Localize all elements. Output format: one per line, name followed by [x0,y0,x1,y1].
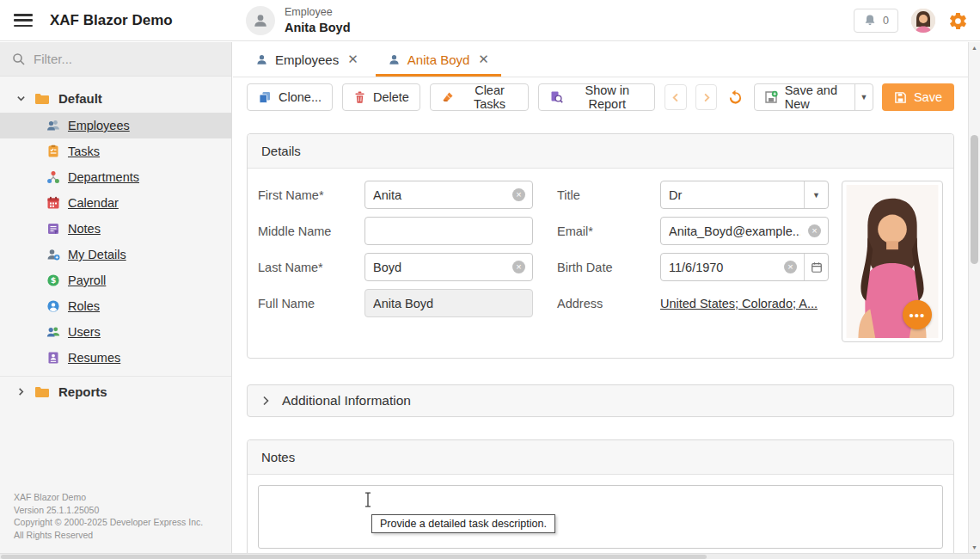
first-name-input[interactable] [365,188,512,202]
details-panel: Details First Name* × Title ▼ Middle Nam… [247,133,954,359]
birth-date-label: Birth Date [557,261,660,274]
details-panel-header: Details [248,134,953,169]
clear-icon[interactable]: × [512,188,525,201]
additional-information-title: Additional Information [282,393,411,408]
search-icon [12,52,26,66]
horizontal-scrollbar-thumb[interactable] [1,555,707,559]
sidebar-item-users[interactable]: Users [0,319,231,345]
notifications-button[interactable]: 0 [854,9,898,33]
details-form: First Name* × Title ▼ Middle Name Email* [258,181,829,342]
tab-label: Anita Boyd [407,52,470,67]
clear-icon[interactable]: × [512,261,525,273]
sidebar-item-label: My Details [68,248,126,261]
person-icon [253,13,268,28]
clear-tasks-button[interactable]: Clear Tasks [430,83,529,111]
footer-line: XAF Blazor Demo [14,491,203,504]
close-icon[interactable]: ✕ [478,52,489,67]
dropdown-caret-icon[interactable]: ▼ [854,84,873,110]
scroll-down-icon[interactable]: ▼ [969,544,980,550]
footer-line: Copyright © 2000-2025 Developer Express … [14,516,203,529]
filter-input[interactable] [34,52,219,66]
notes-title: Notes [261,450,295,464]
sidebar-item-label: Departments [68,170,139,184]
svg-text:$: $ [51,275,57,285]
middle-name-label: Middle Name [258,224,364,238]
sidebar-item-label: Payroll [68,273,106,287]
scroll-up-icon[interactable]: ▲ [969,45,980,51]
title-input[interactable] [661,188,804,202]
payroll-icon: $ [46,273,60,287]
tab-employees[interactable]: Employees ✕ [243,42,371,77]
employees-icon [46,119,60,132]
refresh-button[interactable] [726,89,745,106]
record-name-label: Anita Boyd [285,20,351,35]
delete-button[interactable]: Delete [342,83,420,111]
clear-tasks-label: Clear Tasks [462,83,518,111]
email-label: Email* [557,224,660,238]
settings-button[interactable] [948,11,968,31]
full-name-label: Full Name [258,297,364,310]
show-in-report-button[interactable]: Show in Report [538,83,655,111]
record-type-label: Employee [285,6,351,20]
record-header: Employee Anita Boyd [246,0,351,41]
ibeam-cursor-icon [364,492,372,511]
full-name-field [364,289,533,317]
vertical-scrollbar[interactable]: ▲ ▼ [968,42,980,553]
sidebar-item-label: Roles [68,299,100,313]
sidebar-item-notes[interactable]: Notes [0,216,231,242]
sidebar-item-departments[interactable]: Departments [0,164,231,190]
close-icon[interactable]: ✕ [347,52,358,67]
email-field: × [660,217,829,245]
sidebar-item-payroll[interactable]: $ Payroll [0,267,231,293]
additional-information-panel[interactable]: Additional Information [247,384,954,417]
sidebar-item-employees[interactable]: Employees [0,113,231,138]
calendar-icon [46,196,60,210]
sidebar-item-my-details[interactable]: My Details [0,242,231,267]
save-button[interactable]: Save [882,83,954,111]
report-search-icon [549,90,563,104]
nav-group-reports[interactable]: Reports [0,376,231,405]
birth-date-input[interactable] [661,261,784,274]
user-avatar[interactable] [911,9,935,33]
save-and-new-button[interactable]: Save and New [755,84,854,110]
save-label: Save [914,90,942,104]
next-record-button[interactable] [695,84,717,110]
vertical-scrollbar-thumb[interactable] [971,135,978,264]
clone-button[interactable]: Clone... [247,83,333,111]
toolbar: Clone... Delete Clear Tasks Show in Repo… [233,77,968,117]
birth-date-field: × [660,253,829,281]
email-input[interactable] [661,224,808,238]
calendar-editor-icon[interactable] [804,254,828,280]
eraser-icon [441,90,455,104]
address-label: Address [557,297,660,310]
prev-icon [671,92,682,103]
hamburger-menu-icon[interactable] [14,14,33,27]
main-content: Employees ✕ Anita Boyd ✕ Clone... Delete [233,42,968,553]
sidebar-item-label: Tasks [68,144,100,158]
clear-icon[interactable]: × [808,224,821,237]
dropdown-caret-icon[interactable]: ▼ [804,181,828,208]
sidebar-item-calendar[interactable]: Calendar [0,190,231,216]
previous-record-button[interactable] [665,84,686,110]
folder-icon [34,92,50,105]
sidebar-item-resumes[interactable]: Resumes [0,345,231,371]
horizontal-scrollbar[interactable] [0,553,980,559]
middle-name-input[interactable] [365,224,532,238]
last-name-field: × [364,253,533,281]
nav-group-default[interactable]: Default [0,83,231,113]
employee-photo: ••• [842,181,943,342]
first-name-field: × [364,181,533,209]
chevron-right-icon [15,387,26,396]
notes-textarea[interactable]: Provide a detailed task description. [258,485,943,549]
address-link[interactable]: United States; Colorado; A... [660,297,818,310]
sidebar-item-tasks[interactable]: Tasks [0,138,231,164]
more-icon[interactable]: ••• [903,300,932,329]
last-name-input[interactable] [365,261,512,274]
record-avatar [246,6,275,35]
show-in-report-label: Show in Report [570,83,644,111]
clear-icon[interactable]: × [784,261,797,273]
sidebar-item-roles[interactable]: Roles [0,293,231,319]
notes-panel-header: Notes [248,440,953,475]
nav-tree: Default Employees Tasks Departments Cale… [0,77,231,405]
tab-anita-boyd[interactable]: Anita Boyd ✕ [376,42,501,77]
